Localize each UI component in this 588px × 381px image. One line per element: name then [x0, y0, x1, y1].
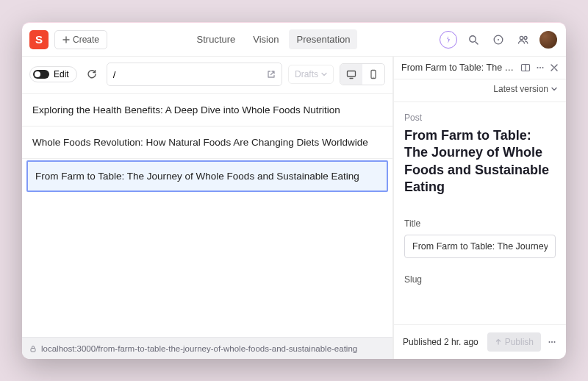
svg-point-2 — [498, 39, 499, 40]
detail-body: Post From Farm to Table: The Journey of … — [394, 102, 566, 324]
app-window: S Create Structure Vision Presentation E… — [22, 22, 566, 359]
split-pane-icon[interactable] — [520, 63, 531, 73]
spark-icon[interactable] — [440, 31, 457, 49]
svg-rect-5 — [348, 71, 356, 77]
svg-point-7 — [373, 76, 373, 77]
footer-kebab-icon[interactable] — [547, 337, 557, 347]
svg-point-4 — [524, 36, 527, 39]
detail-header-title: From Farm to Table: The Jou… — [401, 63, 516, 73]
external-link-icon[interactable] — [267, 70, 276, 79]
nav-tabs: Structure Vision Presentation — [190, 29, 358, 49]
user-avatar[interactable] — [539, 31, 557, 49]
help-icon[interactable] — [490, 31, 507, 49]
upload-icon — [495, 338, 502, 346]
toggle-icon — [33, 70, 49, 79]
detail-header: From Farm to Table: The Jou… — [394, 57, 566, 79]
title-input[interactable] — [404, 235, 556, 258]
content: Edit Drafts Exploring the Health Benefit… — [22, 57, 566, 359]
edit-label: Edit — [54, 69, 69, 79]
svg-point-0 — [470, 35, 476, 41]
title-field-label: Title — [404, 218, 556, 229]
svg-point-14 — [551, 341, 553, 343]
drafts-label: Drafts — [295, 69, 318, 79]
svg-point-10 — [537, 67, 539, 68]
slug-field-label: Slug — [404, 274, 556, 285]
create-button[interactable]: Create — [54, 30, 107, 49]
tab-presentation[interactable]: Presentation — [289, 29, 357, 49]
svg-point-13 — [549, 341, 551, 343]
left-toolbar: Edit Drafts — [22, 57, 392, 94]
device-selector — [340, 63, 385, 85]
path-field[interactable] — [113, 69, 262, 80]
publish-button[interactable]: Publish — [487, 332, 541, 352]
app-logo[interactable]: S — [29, 30, 49, 49]
url-text: localhost:3000/from-farm-to-table-the-jo… — [41, 344, 357, 353]
topbar-right — [440, 31, 559, 49]
svg-point-12 — [542, 67, 544, 68]
post-heading: From Farm to Table: The Journey of Whole… — [404, 127, 556, 196]
plus-icon — [62, 36, 70, 43]
publish-label: Publish — [505, 337, 534, 347]
svg-point-11 — [539, 67, 541, 68]
svg-point-3 — [520, 36, 523, 39]
path-input[interactable] — [107, 63, 282, 86]
svg-rect-8 — [31, 348, 35, 352]
create-label: Create — [73, 35, 99, 45]
users-icon[interactable] — [514, 31, 532, 49]
post-list: Exploring the Health Benefits: A Deep Di… — [22, 94, 392, 337]
url-bar: localhost:3000/from-farm-to-table-the-jo… — [22, 337, 392, 359]
post-item[interactable]: Exploring the Health Benefits: A Deep Di… — [22, 94, 392, 127]
search-icon[interactable] — [465, 31, 482, 49]
refresh-icon[interactable] — [83, 65, 101, 83]
lock-icon — [29, 345, 37, 352]
tab-structure[interactable]: Structure — [190, 29, 243, 49]
left-panel: Edit Drafts Exploring the Health Benefit… — [22, 57, 393, 359]
chevron-down-icon — [321, 71, 327, 77]
post-item[interactable]: Whole Foods Revolution: How Natural Food… — [22, 127, 392, 159]
desktop-icon[interactable] — [340, 64, 362, 85]
close-icon[interactable] — [550, 63, 559, 72]
svg-point-15 — [554, 341, 556, 343]
right-panel: From Farm to Table: The Jou… Latest vers… — [393, 57, 566, 359]
version-label: Latest version — [493, 84, 548, 94]
post-item-selected[interactable]: From Farm to Table: The Journey of Whole… — [26, 160, 388, 192]
version-dropdown[interactable]: Latest version — [394, 79, 566, 102]
tab-vision[interactable]: Vision — [245, 29, 286, 49]
topbar: S Create Structure Vision Presentation — [22, 23, 566, 57]
edit-toggle[interactable]: Edit — [29, 66, 77, 82]
chevron-down-icon — [551, 86, 557, 92]
published-text: Published 2 hr. ago — [403, 337, 481, 347]
kebab-icon[interactable] — [535, 63, 545, 73]
post-type-label: Post — [404, 113, 556, 123]
detail-footer: Published 2 hr. ago Publish — [394, 324, 566, 359]
mobile-icon[interactable] — [362, 64, 384, 85]
drafts-dropdown[interactable]: Drafts — [288, 65, 334, 84]
